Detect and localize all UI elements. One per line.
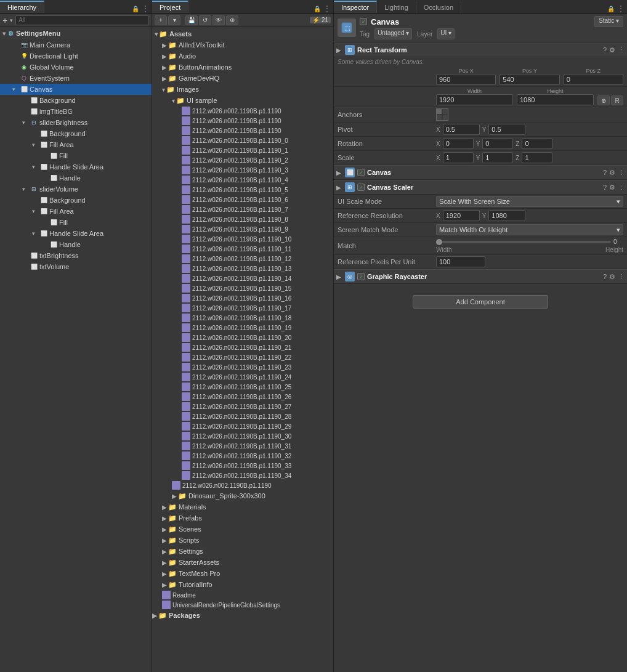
file-item-21[interactable]: 2112.w026.n002.1190B.p1.1190_18 <box>152 313 333 323</box>
hierarchy-item-background[interactable]: ⬜ Background <box>0 95 152 106</box>
hierarchy-item-handleslide[interactable]: ▾ ⬜ Handle Slide Area <box>0 161 152 172</box>
hierarchy-item-txtbrightness[interactable]: ⬜ txtBrightness <box>0 250 152 261</box>
hierarchy-item-handle2[interactable]: ⬜ Handle <box>0 239 152 250</box>
folder-uisample[interactable]: ▾ 📁 UI sample <box>152 95 333 106</box>
project-add-button[interactable]: + <box>155 15 167 25</box>
folder-tutorialinfo[interactable]: ▶ 📁 TutorialInfo <box>152 579 333 590</box>
file-item-24[interactable]: 2112.w026.n002.1190B.p1.1190_21 <box>152 342 333 352</box>
constrain-btn[interactable]: ⊕ <box>597 95 610 105</box>
canvas-scaler-collapse[interactable]: ▶ <box>336 184 341 191</box>
rot-y-input[interactable] <box>482 138 513 149</box>
file-item-20[interactable]: 2112.w026.n002.1190B.p1.1190_17 <box>152 303 333 313</box>
file-item-29[interactable]: 2112.w026.n002.1190B.p1.1190_26 <box>152 392 333 402</box>
screen-match-dropdown[interactable]: Match Width Or Height ▾ <box>436 224 623 235</box>
folder-gamedevhq[interactable]: ▶ 📁 GameDevHQ <box>152 73 333 84</box>
match-slider[interactable] <box>436 241 611 243</box>
file-item-34[interactable]: 2112.w026.n002.1190B.p1.1190_31 <box>152 441 333 451</box>
file-item-30[interactable]: 2112.w026.n002.1190B.p1.1190_27 <box>152 402 333 411</box>
settings-icon[interactable]: ⚙ <box>609 184 615 192</box>
file-item-3[interactable]: 2112.w026.n002.1190B.p1.1190_0 <box>152 136 333 145</box>
ref-res-y-input[interactable] <box>488 210 525 221</box>
hierarchy-menu-icon[interactable]: ⋮ <box>142 4 149 13</box>
file-item-28[interactable]: 2112.w026.n002.1190B.p1.1190_25 <box>152 382 333 392</box>
pos-y-input[interactable] <box>500 74 559 85</box>
hierarchy-item-handleslide2[interactable]: ▾ ⬜ Handle Slide Area <box>0 228 152 239</box>
pos-z-input[interactable] <box>564 74 623 85</box>
hierarchy-item-canvas[interactable]: ▾ ⬜ Canvas <box>0 84 152 95</box>
menu-icon[interactable]: ⋮ <box>618 273 625 281</box>
file-item-14[interactable]: 2112.w026.n002.1190B.p1.1190_11 <box>152 244 333 254</box>
project-eye-button[interactable]: 👁 <box>212 15 225 25</box>
file-item-5[interactable]: 2112.w026.n002.1190B.p1.1190_2 <box>152 155 333 165</box>
project-save-button[interactable]: 💾 <box>185 15 198 25</box>
gc-collapse[interactable]: ▶ <box>336 273 341 280</box>
hierarchy-item-global-volume[interactable]: ◉ Global Volume <box>0 62 152 73</box>
folder-buttonanims[interactable]: ▶ 📁 ButtonAnimations <box>152 62 333 73</box>
hierarchy-item-background2[interactable]: ⬜ Background <box>0 128 152 139</box>
hierarchy-dropdown-icon[interactable]: ▾ <box>10 17 13 23</box>
static-button[interactable]: Static ▾ <box>594 16 623 27</box>
r-btn[interactable]: R <box>611 95 623 105</box>
file-item-13[interactable]: 2112.w026.n002.1190B.p1.1190_10 <box>152 234 333 244</box>
canvas-collapse[interactable]: ▶ <box>336 169 341 176</box>
help-icon[interactable]: ? <box>603 184 607 192</box>
project-move-button[interactable]: ⊕ <box>226 15 238 25</box>
file-item-22[interactable]: 2112.w026.n002.1190B.p1.1190_19 <box>152 323 333 333</box>
file-item-16[interactable]: 2112.w026.n002.1190B.p1.1190_13 <box>152 264 333 273</box>
layer-dropdown[interactable]: UI ▾ <box>437 28 455 39</box>
file-item-35[interactable]: 2112.w026.n002.1190B.p1.1190_32 <box>152 451 333 461</box>
hierarchy-item-imgtitlebg[interactable]: ⬜ imgTitleBG <box>0 106 152 117</box>
help-icon[interactable]: ? <box>603 273 607 281</box>
width-input[interactable] <box>436 94 513 105</box>
tab-project[interactable]: Project <box>152 1 188 13</box>
hierarchy-item-txtvolume[interactable]: ⬜ txtVolume <box>0 261 152 272</box>
folder-scenes[interactable]: ▶ 📁 Scenes <box>152 524 333 535</box>
ref-res-x-input[interactable] <box>443 210 480 221</box>
folder-starterassets[interactable]: ▶ 📁 StarterAssets <box>152 557 333 568</box>
hierarchy-search-input[interactable] <box>15 15 149 25</box>
rot-x-input[interactable] <box>443 138 474 149</box>
settings-icon[interactable]: ⚙ <box>609 169 615 177</box>
help-icon[interactable]: ? <box>603 46 607 54</box>
file-item-4[interactable]: 2112.w026.n002.1190B.p1.1190_1 <box>152 145 333 155</box>
menu-icon[interactable]: ⋮ <box>618 46 625 54</box>
file-item-33[interactable]: 2112.w026.n002.1190B.p1.1190_30 <box>152 431 333 441</box>
file-item-7[interactable]: 2112.w026.n002.1190B.p1.1190_4 <box>152 175 333 185</box>
hierarchy-item-fillarea2[interactable]: ▾ ⬜ Fill Area <box>0 206 152 217</box>
project-refresh-button[interactable]: ↺ <box>199 15 211 25</box>
menu-icon[interactable]: ⋮ <box>618 184 625 192</box>
file-item-2[interactable]: 2112.w026.n002.1190B.p1.1190 <box>152 126 333 136</box>
file-urp-settings[interactable]: UniversalRenderPipelineGlobalSettings <box>152 600 333 610</box>
folder-textmesh[interactable]: ▶ 📁 TextMesh Pro <box>152 568 333 579</box>
file-item-37[interactable]: 2112.w026.n002.1190B.p1.1190_34 <box>152 471 333 480</box>
hierarchy-item-background3[interactable]: ⬜ Background <box>0 195 152 206</box>
file-item-23[interactable]: 2112.w026.n002.1190B.p1.1190_20 <box>152 333 333 342</box>
tab-occlusion[interactable]: Occlusion <box>416 2 461 13</box>
folder-images[interactable]: ▾ 📁 Images <box>152 84 333 95</box>
scale-y-input[interactable] <box>482 152 513 163</box>
file-item-9[interactable]: 2112.w026.n002.1190B.p1.1190_6 <box>152 195 333 204</box>
menu-icon[interactable]: ⋮ <box>618 169 625 177</box>
pivot-x-input[interactable] <box>443 124 480 135</box>
pivot-y-input[interactable] <box>488 124 525 135</box>
file-item-31[interactable]: 2112.w026.n002.1190B.p1.1190_28 <box>152 411 333 421</box>
ui-scale-mode-dropdown[interactable]: Scale With Screen Size ▾ <box>436 196 623 207</box>
height-input[interactable] <box>517 94 594 105</box>
pos-x-input[interactable] <box>436 74 496 85</box>
folder-packages[interactable]: ▶ 📁 Packages <box>152 610 333 621</box>
file-item-27[interactable]: 2112.w026.n002.1190B.p1.1190_24 <box>152 372 333 382</box>
go-enabled-toggle[interactable]: ✓ <box>360 18 367 25</box>
hierarchy-item-sliderbrightness[interactable]: ▾ ⊟ sliderBrightness <box>0 117 152 128</box>
folder-prefabs[interactable]: ▶ 📁 Prefabs <box>152 512 333 524</box>
help-icon[interactable]: ? <box>603 169 607 177</box>
inspector-menu-icon[interactable]: ⋮ <box>617 4 625 13</box>
folder-audio[interactable]: ▶ 📁 Audio <box>152 51 333 62</box>
folder-scripts[interactable]: ▶ 📁 Scripts <box>152 535 333 546</box>
hierarchy-item-fillarea[interactable]: ▾ ⬜ Fill Area <box>0 139 152 150</box>
rot-z-input[interactable] <box>522 138 552 149</box>
file-item-18[interactable]: 2112.w026.n002.1190B.p1.1190_15 <box>152 283 333 293</box>
folder-dinosaur[interactable]: ▶ 📁 Dinosaur_Sprite-300x300 <box>152 490 333 501</box>
scene-root[interactable]: ▾ ⚙ SettingsMenu <box>0 27 152 39</box>
tab-hierarchy[interactable]: Hierarchy <box>0 1 44 13</box>
hierarchy-item-fill2[interactable]: ⬜ Fill <box>0 217 152 228</box>
